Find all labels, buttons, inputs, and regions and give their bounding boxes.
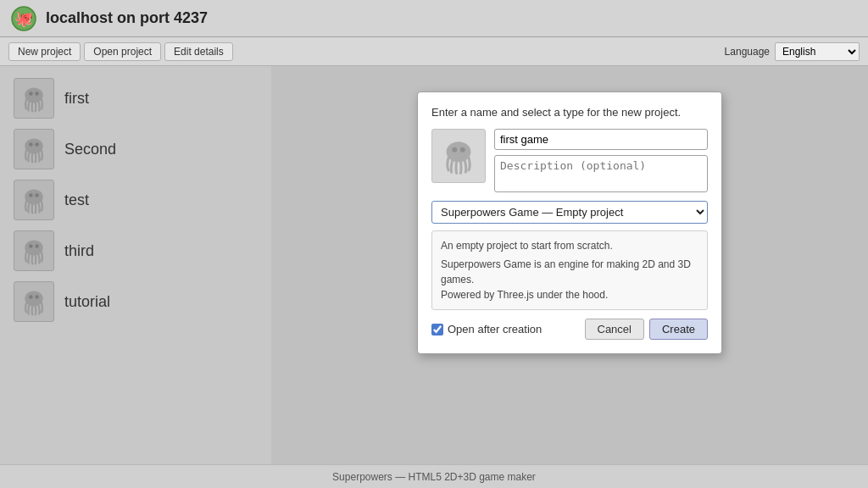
- modal-fields: [494, 129, 708, 192]
- footer: Superpowers — HTML5 2D+3D game maker: [0, 464, 868, 488]
- right-area: Enter a name and select a type for the n…: [271, 66, 868, 464]
- project-name: tutorial: [64, 293, 110, 311]
- new-project-dialog: Enter a name and select a type for the n…: [417, 92, 722, 354]
- new-project-button[interactable]: New project: [8, 42, 81, 61]
- svg-point-9: [29, 193, 33, 197]
- open-after-creation-text: Open after creation: [448, 323, 542, 336]
- svg-point-16: [35, 295, 39, 299]
- description-line1: An empty project to start from scratch.: [441, 238, 698, 253]
- language-label: Language: [725, 46, 770, 58]
- svg-point-8: [25, 189, 43, 204]
- toolbar: New project Open project Edit details La…: [0, 37, 868, 66]
- project-type-description: An empty project to start from scratch. …: [431, 230, 708, 310]
- svg-point-12: [29, 244, 33, 248]
- project-name: test: [64, 191, 89, 209]
- description-line2: Superpowers Game is an engine for making…: [441, 257, 698, 302]
- toolbar-language: Language English French Spanish German J…: [725, 42, 860, 61]
- app-title: localhost on port 4237: [46, 9, 208, 27]
- svg-point-18: [452, 147, 457, 152]
- project-thumbnail: [14, 78, 54, 119]
- list-item[interactable]: test: [0, 175, 271, 225]
- modal-title: Enter a name and select a type for the n…: [431, 106, 708, 119]
- projects-panel: first Second: [0, 66, 271, 464]
- project-name: first: [64, 90, 89, 108]
- svg-point-5: [25, 138, 43, 153]
- svg-point-11: [25, 240, 43, 255]
- modal-buttons: Cancel Create: [585, 319, 709, 340]
- svg-text:🐙: 🐙: [14, 9, 34, 28]
- project-thumbnail: [14, 180, 54, 220]
- project-thumbnail: [14, 129, 54, 169]
- list-item[interactable]: first: [0, 73, 271, 124]
- footer-text: Superpowers — HTML5 2D+3D game maker: [332, 471, 536, 483]
- svg-point-17: [447, 141, 471, 162]
- svg-point-15: [29, 295, 33, 299]
- list-item[interactable]: tutorial: [0, 276, 271, 327]
- cancel-button[interactable]: Cancel: [585, 319, 644, 340]
- project-thumbnail: [14, 230, 54, 271]
- project-thumbnail: [14, 281, 54, 322]
- svg-point-6: [29, 142, 33, 147]
- main-content: first Second: [0, 66, 868, 464]
- create-button[interactable]: Create: [649, 319, 708, 340]
- svg-point-4: [35, 92, 39, 96]
- app-logo: 🐙: [10, 5, 37, 32]
- svg-point-10: [35, 193, 39, 197]
- open-after-creation-label[interactable]: Open after creation: [431, 323, 542, 336]
- list-item[interactable]: Second: [0, 124, 271, 175]
- project-name-input[interactable]: [494, 129, 708, 150]
- project-name: Second: [64, 141, 116, 158]
- edit-details-button[interactable]: Edit details: [164, 42, 233, 61]
- list-item[interactable]: third: [0, 225, 271, 276]
- svg-point-13: [35, 244, 39, 248]
- svg-point-19: [460, 147, 465, 152]
- svg-point-3: [29, 92, 33, 96]
- project-description-input[interactable]: [494, 155, 708, 192]
- svg-point-7: [35, 142, 39, 147]
- project-type-icon: [431, 129, 486, 183]
- project-name: third: [64, 242, 94, 260]
- project-type-select[interactable]: Superpowers Game — Empty project Superpo…: [431, 201, 708, 224]
- modal-overlay: Enter a name and select a type for the n…: [271, 66, 868, 464]
- open-project-button[interactable]: Open project: [84, 42, 161, 61]
- language-select[interactable]: English French Spanish German Japanese: [775, 42, 860, 61]
- svg-point-14: [25, 291, 43, 306]
- modal-footer: Open after creation Cancel Create: [431, 319, 708, 340]
- title-bar: 🐙 localhost on port 4237: [0, 0, 868, 37]
- svg-point-2: [25, 87, 43, 103]
- open-after-creation-checkbox[interactable]: [431, 324, 443, 336]
- toolbar-actions: New project Open project Edit details: [8, 42, 233, 61]
- modal-body: [431, 129, 708, 192]
